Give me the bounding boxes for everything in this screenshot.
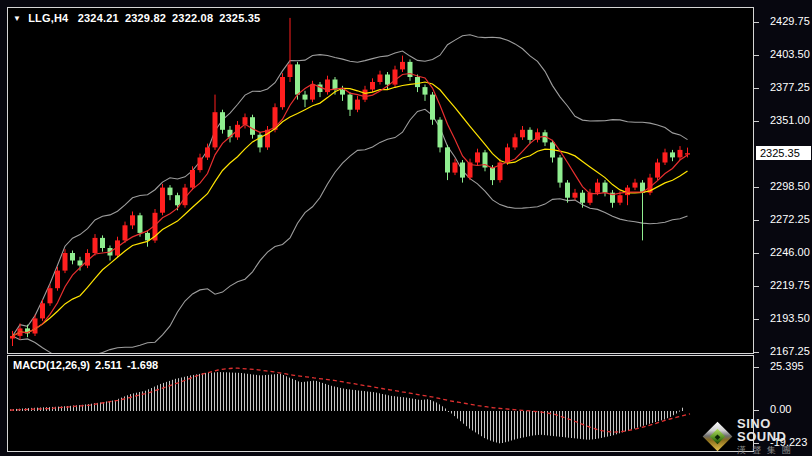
price-tick [754, 88, 759, 89]
price-label: 2272.25 [770, 213, 810, 225]
chart-title: ▼LLG,H4 2324.212329.822322.082325.35 [13, 12, 266, 24]
diamond-logo-icon [703, 421, 733, 451]
price-label: 2429.75 [770, 15, 810, 27]
symbol-marker-icon: ▼ [13, 14, 21, 23]
price-label: 2377.25 [770, 81, 810, 93]
price-label: 2351.00 [770, 114, 810, 126]
macd-indicator-label: MACD(12,26,9)2.511-1.698 [13, 359, 163, 371]
macd-main-value: 2.511 [95, 359, 122, 371]
macd-label: -19.223 [770, 436, 807, 448]
close-value: 2325.35 [219, 12, 260, 24]
high-value: 2329.82 [125, 12, 166, 24]
price-tick [754, 253, 759, 254]
macd-panel[interactable]: MACD(12,26,9)2.511-1.698 [7, 355, 754, 452]
macd-label: 0.00 [770, 403, 791, 415]
price-axis[interactable]: 2429.752403.502377.252351.002298.502272.… [754, 0, 812, 456]
macd-tick [754, 443, 759, 444]
price-tick [754, 352, 759, 353]
price-label: 2193.50 [770, 312, 810, 324]
price-tick [754, 22, 759, 23]
macd-tick [754, 410, 759, 411]
price-chart-canvas[interactable] [8, 8, 753, 353]
low-value: 2322.08 [172, 12, 213, 24]
macd-tick [754, 367, 759, 368]
price-label: 2246.00 [770, 246, 810, 258]
price-tick [754, 319, 759, 320]
open-value: 2324.21 [78, 12, 119, 24]
price-tick [754, 220, 759, 221]
macd-name: MACD(12,26,9) [13, 359, 90, 371]
macd-signal-value: -1.698 [127, 359, 158, 371]
price-tick [754, 55, 759, 56]
price-label: 2298.50 [770, 180, 810, 192]
symbol-period-label: LLG,H4 [28, 12, 68, 24]
macd-label: 25.395 [770, 360, 804, 372]
price-chart-panel[interactable]: ▼LLG,H4 2324.212329.822322.082325.35 [7, 7, 754, 354]
price-tick [754, 286, 759, 287]
price-tick [754, 187, 759, 188]
current-price-box: 2325.35 [756, 146, 811, 160]
price-label: 2167.25 [770, 345, 810, 357]
price-label: 2403.50 [770, 48, 810, 60]
price-tick [754, 121, 759, 122]
price-label: 2219.75 [770, 279, 810, 291]
